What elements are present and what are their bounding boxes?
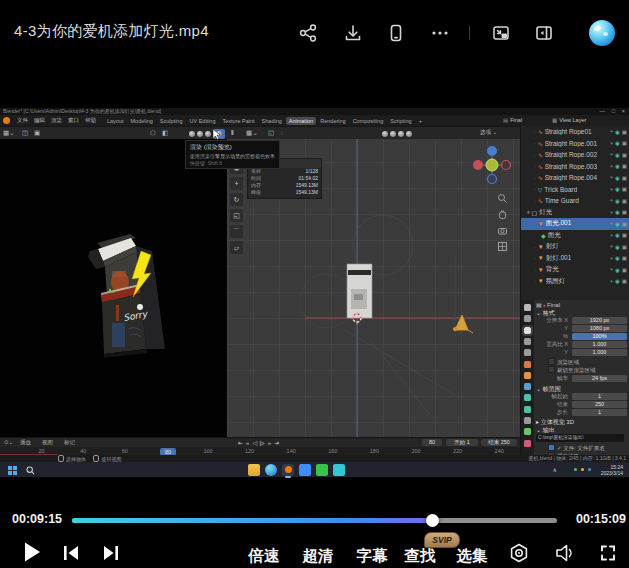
download-icon[interactable] <box>343 23 363 43</box>
outliner-row-7: ▾▢灯光⌖◉▣ <box>521 207 629 219</box>
camera-view-icon <box>497 225 508 236</box>
video-frame[interactable]: Blender* [C:\Users\Admin\Desktop\4-3 为你的… <box>0 108 629 477</box>
mid-shading-3-icon <box>398 131 404 137</box>
prop-label: 帧起始 <box>534 393 568 400</box>
object-name: Straight Rope.003 <box>545 163 597 170</box>
select-toggle-icon: ⌖ <box>610 220 613 227</box>
explorer-icon <box>248 464 260 476</box>
mini-window-icon[interactable] <box>491 23 511 43</box>
mouse-left-icon <box>58 455 64 462</box>
fullscreen-icon[interactable] <box>599 544 617 562</box>
workspace-tab-uv-editing: UV Editing <box>186 117 218 125</box>
edge-icon <box>265 464 277 476</box>
data-icon: ◆ <box>541 232 546 239</box>
hide-toggle-icon: ◉ <box>615 186 620 192</box>
rotate-tool-icon: ↻ <box>230 193 243 206</box>
outliner-row-5: ·▽Trick Board⌖◉▣ <box>521 184 629 196</box>
properties-panel: ▤ › Final⌄ 格式分辨率 X1920 pxY1080 px%100%宽高… <box>520 300 629 455</box>
progress-knob[interactable] <box>426 514 439 527</box>
render-toggle-icon: ▣ <box>622 186 627 192</box>
move-view-icon <box>497 209 508 220</box>
volume-icon[interactable] <box>554 543 576 563</box>
hide-toggle-icon: ◉ <box>615 244 620 250</box>
frame-number: 180 <box>370 448 379 454</box>
previous-button[interactable] <box>62 545 80 561</box>
hide-toggle-icon: ◉ <box>615 198 620 204</box>
visibility-icons: ⌖◉▣ <box>610 195 627 207</box>
render-toggle-icon: ▣ <box>622 175 627 181</box>
windows-taskbar: ∧ 15:242023/3/14 <box>0 462 629 477</box>
render-toggle-icon: ▣ <box>622 244 627 250</box>
visibility-icons: ⌖◉▣ <box>610 253 627 265</box>
row-dot: · <box>534 140 536 146</box>
select-toggle-icon: ⌖ <box>610 232 613 239</box>
stats-label: 时间 <box>251 175 261 182</box>
playlist-panel-icon[interactable] <box>534 23 554 43</box>
render-toggle-icon: ▣ <box>622 198 627 204</box>
stats-row-3: 峰值1549.13M <box>248 189 321 196</box>
blender-titlebar: Blender* [C:\Users\Admin\Desktop\4-3 为你的… <box>0 108 629 115</box>
prop-label: 帧率 <box>534 375 568 382</box>
frame-number: 40 <box>80 448 86 454</box>
outliner-row-4: ·∿Straight Rope.004⌖◉▣ <box>521 172 629 184</box>
maximize-icon: □ <box>612 108 615 115</box>
shading-solid-icon <box>197 131 203 137</box>
properties-tab-scene-icon <box>524 349 531 356</box>
workspace-tab-sculpting: Sculpting <box>157 117 186 125</box>
workspace-tab-+: + <box>416 117 425 125</box>
outliner-row-9: ◆面光⌖◉▣ <box>521 230 629 242</box>
user-avatar[interactable] <box>589 20 615 46</box>
row-dot: · <box>534 175 536 181</box>
quality-button[interactable]: 超清 <box>296 546 340 567</box>
play-reverse-icon: ◁ <box>252 440 257 446</box>
light-icon: ▼ <box>538 244 544 250</box>
row-dot: · <box>534 198 536 204</box>
play-button[interactable] <box>22 541 42 563</box>
frame-number: 20 <box>39 448 45 454</box>
progress-played <box>72 518 433 523</box>
taskbar-cl ock: 15:242023/3/14 <box>601 464 623 476</box>
menu-0: 文件 <box>17 117 28 124</box>
episodes-button[interactable]: 选集 <box>450 546 494 567</box>
hide-toggle-icon: ◉ <box>615 129 620 135</box>
hide-toggle-icon: ◉ <box>615 267 620 273</box>
visibility-icons: ⌖◉▣ <box>610 230 627 242</box>
object-name: 面光.001 <box>546 219 572 228</box>
collection-icon: ▢ <box>532 209 538 216</box>
prop-value: 100% <box>572 333 627 340</box>
properties-tab-object-icon <box>524 372 531 379</box>
hide-toggle-icon: ◉ <box>615 232 620 238</box>
row-dot: · <box>534 186 536 192</box>
next-button[interactable] <box>102 545 120 561</box>
cast-to-phone-icon[interactable] <box>386 23 406 43</box>
hide-toggle-icon: ◉ <box>615 175 620 181</box>
player-window: 4-3为你的爱机添加灯光.mp4 Blender* [C:\ <box>0 0 629 568</box>
properties-breadcrumb: ▤ › Final <box>536 301 560 308</box>
visibility-icons: ⌖◉▣ <box>610 149 627 161</box>
speed-button[interactable]: 倍速 <box>242 546 286 567</box>
stats-row-0: 采样1/128 <box>248 168 321 175</box>
settings-icon[interactable] <box>509 543 529 563</box>
select-toggle-icon: ⌖ <box>610 151 613 158</box>
object-name: 射灯 <box>546 242 559 251</box>
share-icon[interactable] <box>298 23 318 43</box>
play-icon: ▷ <box>260 440 265 446</box>
snap-icon: ◱ <box>268 129 274 137</box>
properties-tab-world-icon <box>524 361 531 368</box>
progress-bar[interactable] <box>72 518 557 523</box>
light-icon: ▼ <box>538 255 544 261</box>
blender-logo-icon <box>3 117 10 124</box>
timeline-menu-view: 视图 <box>42 439 53 446</box>
workspace-tab-scripting: Scripting <box>387 117 414 125</box>
subtitles-button[interactable]: 字幕 <box>350 546 394 567</box>
header-divider <box>469 26 470 40</box>
select-toggle-icon: ⌖ <box>610 209 613 216</box>
hide-toggle-icon: ◉ <box>615 221 620 227</box>
object-name: Straight Rope01 <box>545 128 592 135</box>
hide-toggle-icon: ◉ <box>615 209 620 215</box>
workspace-tab-layout: Layout <box>104 117 127 125</box>
properties-tab-render-icon <box>524 315 531 322</box>
search-in-video-button[interactable]: 查找 <box>398 546 442 567</box>
light-icon: ▼ <box>538 267 544 273</box>
more-icon[interactable] <box>430 23 450 43</box>
